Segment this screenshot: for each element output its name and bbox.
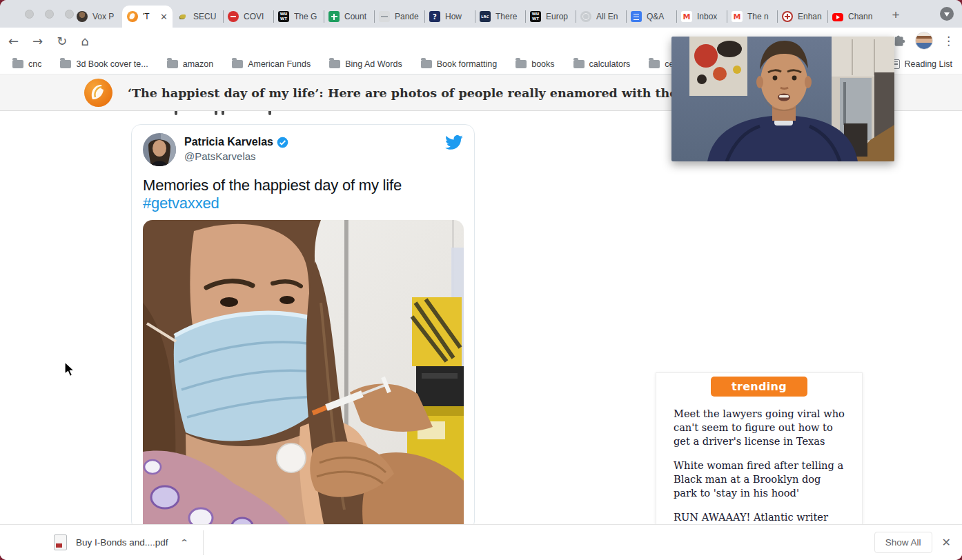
- show-all-button[interactable]: Show All: [874, 532, 932, 553]
- clipped-article-text: [222, 111, 224, 115]
- trending-link[interactable]: White woman fired after telling a Black …: [674, 459, 845, 500]
- twitchy-logo[interactable]: [84, 79, 112, 107]
- article-title[interactable]: ‘The happiest day of my life’: Here are …: [128, 86, 758, 100]
- minimize-window-button[interactable]: [45, 10, 54, 19]
- bookmark-folder[interactable]: amazon: [167, 59, 213, 69]
- bookmark-folder[interactable]: American Funds: [232, 59, 311, 69]
- tweet-author-handle[interactable]: @PatsKarvelas: [184, 150, 288, 162]
- forward-icon[interactable]: →: [32, 34, 43, 48]
- tab-twitchy-active[interactable]: 'T✕: [122, 6, 173, 28]
- tab-the-n[interactable]: The n: [727, 6, 777, 28]
- tab-enhan[interactable]: Enhan: [777, 6, 827, 28]
- clipped-article-text: [175, 111, 177, 115]
- tabs: Vox P 'T✕ SECU COVI The G Count Pande Ho…: [72, 6, 878, 28]
- tab-count[interactable]: Count: [324, 6, 374, 28]
- gray-doc-favicon: [379, 11, 390, 22]
- red-dot-favicon: [228, 11, 239, 22]
- page-content: Patricia Karvelas @PatsKarvelas Memories…: [0, 110, 962, 560]
- twitter-bird-icon[interactable]: [444, 133, 463, 152]
- profile-favicon: [77, 11, 88, 22]
- webcam-video-overlay[interactable]: [671, 37, 894, 161]
- mouse-cursor: [64, 361, 76, 378]
- close-window-button[interactable]: [25, 10, 34, 19]
- pdf-file-icon: [54, 534, 67, 550]
- tab-strip: Vox P 'T✕ SECU COVI The G Count Pande Ho…: [0, 0, 962, 28]
- reading-list-button[interactable]: Reading List: [889, 54, 953, 74]
- trending-link[interactable]: Meet the lawyers going viral who can't s…: [674, 407, 845, 448]
- tab-pande[interactable]: Pande: [374, 6, 424, 28]
- tab-chann[interactable]: Chann: [827, 6, 878, 28]
- tab-europ[interactable]: Europ: [525, 6, 576, 28]
- target-favicon: [782, 11, 793, 22]
- abstract-painting: [689, 37, 747, 96]
- bookmark-folder[interactable]: cnc: [12, 59, 41, 69]
- question-favicon: [429, 11, 440, 22]
- bookmark-folder[interactable]: 3d Book cover te...: [60, 59, 148, 69]
- lrc-favicon: [480, 11, 491, 22]
- folder-icon: [60, 60, 71, 68]
- gmail-favicon: [681, 11, 692, 22]
- tab-secu[interactable]: SECU: [173, 6, 223, 28]
- trending-widget: trending Meet the lawyers going viral wh…: [656, 372, 863, 531]
- bookmark-folder[interactable]: books: [516, 59, 554, 69]
- tweet-text: Memories of the happiest day of my life …: [143, 177, 463, 212]
- browser-window: Vox P 'T✕ SECU COVI The G Count Pande Ho…: [0, 0, 962, 560]
- youtube-favicon: [832, 13, 843, 21]
- folder-icon: [167, 60, 178, 68]
- bookmark-folder[interactable]: calculators: [573, 59, 631, 69]
- clipped-article-text: [215, 111, 217, 115]
- twitchy-favicon: [127, 11, 138, 22]
- close-downloads-icon[interactable]: ✕: [942, 536, 951, 549]
- tab-qa[interactable]: Q&A: [626, 6, 676, 28]
- tab-all-en[interactable]: All En: [576, 6, 626, 28]
- globe-favicon: [580, 11, 591, 22]
- reload-icon[interactable]: ↻: [57, 34, 67, 48]
- folder-icon: [649, 60, 660, 68]
- tab-covid[interactable]: COVI: [223, 6, 273, 28]
- tweet-author-name[interactable]: Patricia Karvelas: [184, 136, 273, 148]
- folder-icon: [573, 60, 585, 68]
- chevron-up-icon[interactable]: ⌃: [179, 538, 189, 548]
- home-icon[interactable]: ⌂: [81, 34, 88, 48]
- folder-icon: [329, 60, 340, 68]
- trending-badge: trending: [711, 377, 807, 397]
- clipped-article-text: [268, 111, 271, 115]
- verified-badge-icon: [277, 137, 288, 148]
- wuwt-favicon: [278, 11, 289, 22]
- folder-icon: [421, 60, 432, 68]
- downloads-bar: Buy I-Bonds and....pdf ⌃ Show All ✕: [0, 524, 962, 560]
- tab-close-icon[interactable]: ✕: [160, 12, 168, 21]
- new-tab-button[interactable]: +: [886, 6, 905, 25]
- gmail-favicon: [732, 11, 743, 22]
- folder-icon: [12, 60, 23, 68]
- bee-favicon: [177, 11, 188, 22]
- window-controls: [25, 10, 74, 19]
- tab-there[interactable]: There: [475, 6, 525, 28]
- sheets-favicon: [328, 11, 340, 22]
- tab-vox[interactable]: Vox P: [72, 6, 122, 28]
- tab-inbox[interactable]: Inbox: [676, 6, 727, 28]
- back-icon[interactable]: ←: [8, 34, 19, 48]
- hashtag-link[interactable]: #getvaxxed: [143, 194, 219, 212]
- folder-icon: [232, 60, 243, 68]
- download-filename[interactable]: Buy I-Bonds and....pdf: [76, 537, 168, 548]
- menu-dots-icon[interactable]: ⋮: [943, 34, 955, 48]
- tweet-photo-vaccination[interactable]: [143, 220, 464, 538]
- bookmark-folder[interactable]: Bing Ad Words: [329, 59, 402, 69]
- tab-the-g[interactable]: The G: [273, 6, 324, 28]
- extensions-puzzle-icon[interactable]: [894, 35, 905, 47]
- docs-favicon: [631, 11, 642, 22]
- tweet-author-avatar[interactable]: [143, 133, 176, 166]
- tab-how[interactable]: How: [424, 6, 475, 28]
- wuwt-favicon: [530, 11, 541, 22]
- tab-overflow-button[interactable]: [940, 7, 954, 21]
- browser-profile-avatar[interactable]: [915, 32, 933, 50]
- folder-icon: [516, 60, 527, 68]
- embedded-tweet[interactable]: Patricia Karvelas @PatsKarvelas Memories…: [131, 124, 475, 531]
- divider: [203, 530, 204, 555]
- bookmark-folder[interactable]: Book formatting: [421, 59, 498, 69]
